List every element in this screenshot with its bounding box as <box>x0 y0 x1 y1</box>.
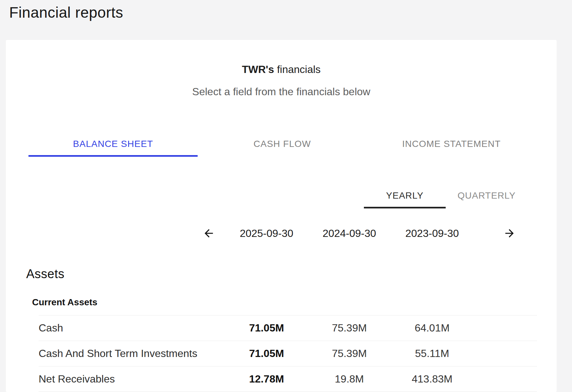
date-columns-header: 2025-09-30 2024-09-30 2023-09-30 <box>39 224 537 242</box>
tab-income-statement[interactable]: INCOME STATEMENT <box>367 131 536 157</box>
row-label: Cash <box>39 322 225 334</box>
arrow-left-icon <box>203 227 215 240</box>
company-ticker: TWR's <box>242 63 274 75</box>
table-row-net-receivables[interactable]: Net Receivables 12.78M 19.8M 413.83M <box>39 366 537 392</box>
date-column-2: 2024-09-30 <box>308 227 391 240</box>
row-value: 55.11M <box>391 347 474 360</box>
row-label: Net Receivables <box>39 373 225 385</box>
statement-tabs: BALANCE SHEET CASH FLOW INCOME STATEMENT <box>28 131 536 157</box>
page-title: Financial reports <box>9 2 572 23</box>
row-value: 75.39M <box>308 322 391 334</box>
financials-title-rest: financials <box>277 63 320 75</box>
row-value: 64.01M <box>391 322 474 334</box>
tab-balance-sheet[interactable]: BALANCE SHEET <box>28 131 198 157</box>
tab-cash-flow[interactable]: CASH FLOW <box>198 131 367 157</box>
row-value: 19.8M <box>308 373 391 385</box>
date-column-3: 2023-09-30 <box>391 227 474 240</box>
period-tab-quarterly[interactable]: QUARTERLY <box>446 183 527 208</box>
arrow-right-icon <box>503 227 516 240</box>
prev-period-button[interactable] <box>202 226 216 241</box>
row-value: 71.05M <box>225 322 308 334</box>
section-title-assets: Assets <box>26 267 557 281</box>
financials-header: TWR's financials Select a field from the… <box>6 40 557 97</box>
select-field-subtitle: Select a field from the financials below <box>6 86 557 97</box>
company-financials-title: TWR's financials <box>6 64 557 75</box>
row-label: Cash And Short Term Investments <box>39 347 225 360</box>
financials-card: TWR's financials Select a field from the… <box>6 40 557 392</box>
row-value: 12.78M <box>225 373 308 385</box>
date-column-1: 2025-09-30 <box>225 227 308 240</box>
row-value: 71.05M <box>225 347 308 360</box>
financials-table: Cash 71.05M 75.39M 64.01M Cash And Short… <box>39 315 537 392</box>
period-tab-yearly[interactable]: YEARLY <box>364 183 446 208</box>
row-value: 413.83M <box>391 373 474 385</box>
table-row-cash[interactable]: Cash 71.05M 75.39M 64.01M <box>39 315 537 341</box>
row-value: 75.39M <box>308 347 391 360</box>
table-row-cash-and-short-term-investments[interactable]: Cash And Short Term Investments 71.05M 7… <box>39 341 537 366</box>
next-period-button[interactable] <box>502 226 517 241</box>
subsection-title-current-assets: Current Assets <box>32 297 557 307</box>
period-toggle: YEARLY QUARTERLY <box>6 183 527 208</box>
